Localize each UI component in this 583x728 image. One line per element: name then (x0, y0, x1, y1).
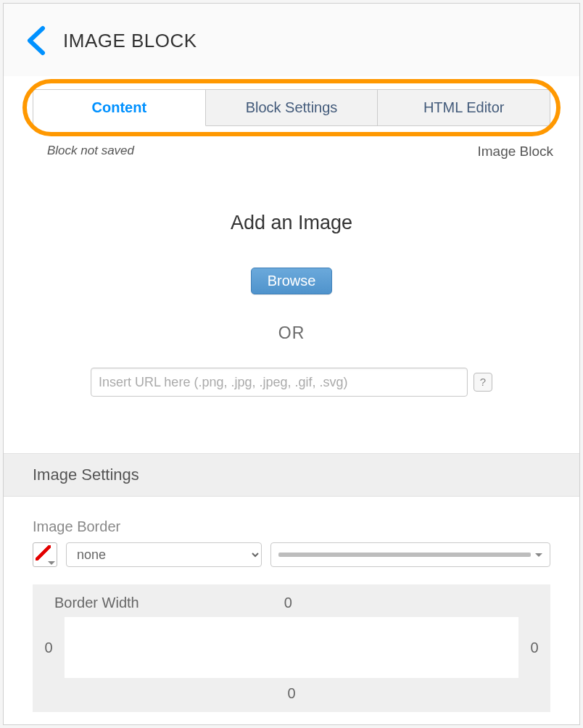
border-controls-row: none (33, 542, 550, 567)
border-preview-line (278, 553, 531, 557)
image-block-panel: IMAGE BLOCK Content Block Settings HTML … (3, 3, 580, 725)
tab-html-editor[interactable]: HTML Editor (378, 89, 550, 126)
border-width-left[interactable]: 0 (40, 640, 57, 656)
image-settings-header: Image Settings (4, 453, 579, 497)
tab-block-settings[interactable]: Block Settings (206, 89, 379, 126)
tab-content[interactable]: Content (33, 89, 206, 126)
border-width-preview-box (65, 617, 518, 678)
add-image-heading: Add an Image (25, 212, 558, 234)
border-width-right[interactable]: 0 (526, 640, 543, 656)
border-width-middle-row: 0 0 (40, 617, 543, 678)
chevron-left-icon (25, 25, 47, 56)
page-title: IMAGE BLOCK (63, 30, 197, 52)
border-preview-select[interactable] (270, 542, 550, 567)
save-status: Block not saved (47, 144, 134, 160)
image-settings-body: Image Border none Border Width 0 0 (4, 497, 579, 712)
border-width-top-row: Border Width 0 (40, 595, 543, 611)
border-width-bottom[interactable]: 0 (40, 685, 543, 702)
or-divider: OR (25, 323, 558, 343)
back-button[interactable] (25, 25, 47, 56)
tab-bar: Content Block Settings HTML Editor (33, 89, 550, 126)
url-help-button[interactable]: ? (474, 373, 492, 392)
block-type-label: Image Block (477, 144, 553, 160)
image-url-input[interactable] (91, 368, 468, 397)
add-image-section: Add an Image Browse OR ? (4, 167, 579, 426)
status-row: Block not saved Image Block (4, 139, 579, 167)
url-input-row: ? (25, 368, 558, 397)
border-width-section: Border Width 0 0 0 0 (33, 584, 550, 712)
border-width-top[interactable]: 0 (284, 595, 292, 611)
tabs-container: Content Block Settings HTML Editor (20, 76, 563, 139)
content-scroll[interactable]: Block not saved Image Block Add an Image… (4, 139, 579, 712)
border-width-label: Border Width (54, 595, 139, 611)
image-border-label: Image Border (33, 518, 550, 535)
browse-button[interactable]: Browse (251, 268, 333, 294)
panel-header: IMAGE BLOCK (4, 4, 579, 76)
border-style-select[interactable]: none (66, 542, 262, 567)
border-color-picker[interactable] (33, 542, 57, 567)
